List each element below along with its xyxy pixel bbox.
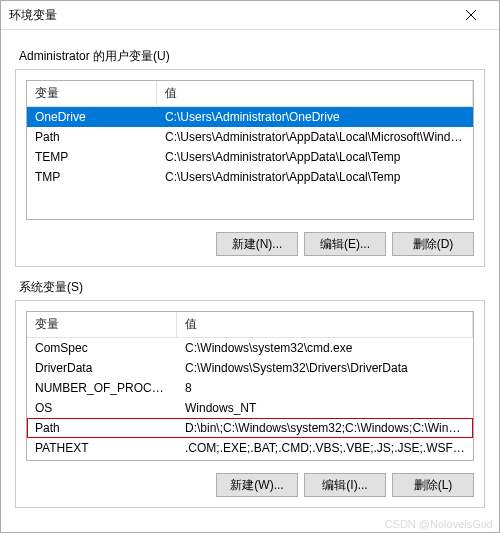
user-vars-list[interactable]: 变量 值 OneDriveC:\Users\Administrator\OneD…: [26, 80, 474, 220]
var-value-cell: 8: [177, 380, 473, 396]
var-name-cell: OS: [27, 400, 177, 416]
var-value-cell: C:\Users\Administrator\AppData\Local\Tem…: [157, 149, 473, 165]
dialog-title: 环境变量: [9, 7, 451, 24]
system-list-header: 变量 值: [27, 312, 473, 338]
user-delete-button[interactable]: 删除(D): [392, 232, 474, 256]
var-value-cell: C:\Users\Administrator\AppData\Local\Tem…: [157, 169, 473, 185]
close-icon: [466, 10, 476, 20]
system-vars-label: 系统变量(S): [19, 279, 485, 296]
col-header-value[interactable]: 值: [157, 81, 473, 106]
var-name-cell: ComSpec: [27, 340, 177, 356]
user-edit-button[interactable]: 编辑(E)...: [304, 232, 386, 256]
var-name-cell: Path: [27, 129, 157, 145]
var-name-cell: NUMBER_OF_PROCESSORS: [27, 380, 177, 396]
titlebar: 环境变量: [1, 1, 499, 30]
system-delete-button[interactable]: 删除(L): [392, 473, 474, 497]
system-vars-group: 变量 值 ComSpecC:\Windows\system32\cmd.exeD…: [15, 300, 485, 508]
table-row[interactable]: ComSpecC:\Windows\system32\cmd.exe: [27, 338, 473, 358]
user-list-header: 变量 值: [27, 81, 473, 107]
system-button-row: 新建(W)... 编辑(I)... 删除(L): [26, 473, 474, 497]
var-value-cell: AMD64: [177, 460, 473, 461]
table-row[interactable]: PATHEXT.COM;.EXE;.BAT;.CMD;.VBS;.VBE;.JS…: [27, 438, 473, 458]
system-list-body: ComSpecC:\Windows\system32\cmd.exeDriver…: [27, 338, 473, 461]
dialog-footer: 确定 取消: [1, 522, 499, 533]
col-header-value[interactable]: 值: [177, 312, 473, 337]
table-row[interactable]: OSWindows_NT: [27, 398, 473, 418]
col-header-name[interactable]: 变量: [27, 81, 157, 106]
table-row[interactable]: DriverDataC:\Windows\System32\Drivers\Dr…: [27, 358, 473, 378]
var-value-cell: C:\Users\Administrator\AppData\Local\Mic…: [157, 129, 473, 145]
user-new-button[interactable]: 新建(N)...: [216, 232, 298, 256]
var-name-cell: Path: [27, 420, 177, 436]
system-vars-list[interactable]: 变量 值 ComSpecC:\Windows\system32\cmd.exeD…: [26, 311, 474, 461]
var-value-cell: Windows_NT: [177, 400, 473, 416]
var-value-cell: .COM;.EXE;.BAT;.CMD;.VBS;.VBE;.JS;.JSE;.…: [177, 440, 473, 456]
var-name-cell: TEMP: [27, 149, 157, 165]
var-value-cell: C:\Users\Administrator\OneDrive: [157, 109, 473, 125]
table-row[interactable]: OneDriveC:\Users\Administrator\OneDrive: [27, 107, 473, 127]
system-new-button[interactable]: 新建(W)...: [216, 473, 298, 497]
user-list-body: OneDriveC:\Users\Administrator\OneDriveP…: [27, 107, 473, 187]
system-edit-button[interactable]: 编辑(I)...: [304, 473, 386, 497]
close-button[interactable]: [451, 1, 491, 29]
var-value-cell: C:\Windows\system32\cmd.exe: [177, 340, 473, 356]
var-name-cell: OneDrive: [27, 109, 157, 125]
env-vars-dialog: 环境变量 Administrator 的用户变量(U) 变量 值 OneDriv…: [0, 0, 500, 533]
user-vars-group: 变量 值 OneDriveC:\Users\Administrator\OneD…: [15, 69, 485, 267]
var-name-cell: PROCESSOR_ARCHITECT...: [27, 460, 177, 461]
var-name-cell: PATHEXT: [27, 440, 177, 456]
user-button-row: 新建(N)... 编辑(E)... 删除(D): [26, 232, 474, 256]
var-value-cell: D:\bin\;C:\Windows\system32;C:\Windows;C…: [177, 420, 473, 436]
table-row[interactable]: PathD:\bin\;C:\Windows\system32;C:\Windo…: [27, 418, 473, 438]
table-row[interactable]: PROCESSOR_ARCHITECT...AMD64: [27, 458, 473, 461]
user-vars-label: Administrator 的用户变量(U): [19, 48, 485, 65]
table-row[interactable]: PathC:\Users\Administrator\AppData\Local…: [27, 127, 473, 147]
var-value-cell: C:\Windows\System32\Drivers\DriverData: [177, 360, 473, 376]
dialog-content: Administrator 的用户变量(U) 变量 值 OneDriveC:\U…: [1, 30, 499, 522]
table-row[interactable]: NUMBER_OF_PROCESSORS8: [27, 378, 473, 398]
var-name-cell: DriverData: [27, 360, 177, 376]
table-row[interactable]: TMPC:\Users\Administrator\AppData\Local\…: [27, 167, 473, 187]
table-row[interactable]: TEMPC:\Users\Administrator\AppData\Local…: [27, 147, 473, 167]
var-name-cell: TMP: [27, 169, 157, 185]
col-header-name[interactable]: 变量: [27, 312, 177, 337]
